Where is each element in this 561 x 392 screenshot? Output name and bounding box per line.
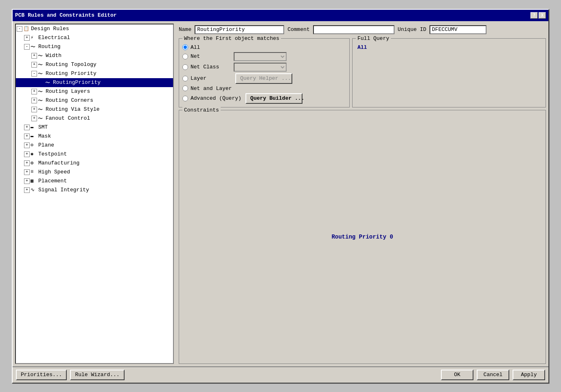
priorities-button[interactable]: Priorities... <box>16 370 67 380</box>
rule-wizard-button[interactable]: Rule Wizard... <box>70 370 124 380</box>
expand-btn-manufacturing[interactable]: + <box>24 160 30 166</box>
ok-button[interactable]: OK <box>441 370 473 380</box>
tree-item-fanout-control[interactable]: +〜Fanout Control <box>16 114 173 123</box>
tree-item-signal-integrity[interactable]: +∿Signal Integrity <box>16 186 173 195</box>
expand-btn-mask[interactable]: + <box>24 134 30 139</box>
tree-icon-routing-layers: 〜 <box>38 88 44 95</box>
radio-row-netlayer: Net and Layer <box>182 85 346 92</box>
uniqueid-input[interactable] <box>430 25 486 34</box>
expand-btn-placement[interactable]: + <box>24 178 30 184</box>
radio-net[interactable] <box>182 54 188 59</box>
name-input[interactable] <box>195 25 284 34</box>
routing-priority-label: Routing Priority 0 <box>331 234 393 240</box>
content-area: -📋Design Rules+⚡Electrical-〜Routing+〜Wid… <box>13 21 548 366</box>
radio-layer-label: Layer <box>191 75 231 81</box>
tree-icon-signal-integrity: ∿ <box>31 187 37 193</box>
expand-btn-signal-integrity[interactable]: + <box>24 187 30 193</box>
tree-label-testpoint: Testpoint <box>38 151 67 157</box>
radio-all[interactable] <box>182 44 188 50</box>
expand-btn-width[interactable]: + <box>31 53 37 59</box>
tree-item-mask[interactable]: +▬Mask <box>16 132 173 141</box>
tree-item-width[interactable]: +〜Width <box>16 51 173 60</box>
radio-netlayer-label: Net and Layer <box>191 85 232 92</box>
tree-label-fanout-control: Fanout Control <box>46 115 90 121</box>
tree-item-routing-corners[interactable]: +〜Routing Corners <box>16 96 173 105</box>
expand-btn-smt[interactable]: + <box>24 125 30 130</box>
radio-netclass[interactable] <box>182 64 188 70</box>
expand-btn-electrical[interactable]: + <box>24 35 30 41</box>
tree-icon-placement: ▦ <box>31 178 37 184</box>
full-query-value: All <box>356 43 542 52</box>
close-button[interactable]: X <box>539 12 546 19</box>
tree-label-signal-integrity: Signal Integrity <box>38 187 89 193</box>
expand-btn-routing-topology[interactable]: + <box>31 62 37 68</box>
constraints-title: Constraints <box>182 107 221 113</box>
tree-item-routing-priority-item[interactable]: 〜RoutingPriority <box>16 78 173 87</box>
expand-btn-plane[interactable]: + <box>24 142 30 148</box>
query-helper-button[interactable]: Query Helper ... <box>235 73 292 84</box>
tree-item-routing-topology[interactable]: +〜Routing Topology <box>16 60 173 69</box>
tree-item-placement[interactable]: +▦Placement <box>16 177 173 186</box>
title-bar: PCB Rules and Constraints Editor ? X <box>13 10 548 21</box>
uniqueid-label: Unique ID <box>398 26 426 33</box>
radio-layer[interactable] <box>182 76 188 81</box>
comment-label: Comment <box>287 26 310 33</box>
cancel-button[interactable]: Cancel <box>477 370 509 380</box>
tree-item-high-speed[interactable]: +≡High Speed <box>16 168 173 177</box>
query-builder-button[interactable]: Query Builder ... <box>245 93 302 104</box>
expand-btn-high-speed[interactable]: + <box>24 169 30 175</box>
radio-net-label: Net <box>191 53 231 59</box>
expand-btn-routing-layers[interactable]: + <box>31 89 37 94</box>
radio-advanced[interactable] <box>182 96 188 101</box>
tree-item-routing-via-style[interactable]: +〜Routing Via Style <box>16 105 173 114</box>
radio-row-layer: Layer Query Helper ... <box>182 73 346 84</box>
tree-item-manufacturing[interactable]: +⚙Manufacturing <box>16 159 173 168</box>
expand-btn-testpoint[interactable]: + <box>24 151 30 157</box>
tree-label-routing-priority: Routing Priority <box>46 70 96 77</box>
where-group: Where the First object matches All Net <box>179 38 350 107</box>
tree-icon-mask: ▬ <box>31 133 37 140</box>
radio-row-netclass: Net Class <box>182 63 346 72</box>
expand-btn-routing-via-style[interactable]: + <box>31 107 37 112</box>
panels-row: Where the First object matches All Net <box>179 38 546 107</box>
tree-label-electrical: Electrical <box>38 35 70 41</box>
net-dropdown[interactable] <box>234 52 287 61</box>
name-label: Name <box>179 26 191 33</box>
tree-item-electrical[interactable]: +⚡Electrical <box>16 33 173 42</box>
comment-input[interactable] <box>313 25 394 34</box>
header-fields-row: Name Comment Unique ID <box>179 24 546 36</box>
bottom-bar: Priorities... Rule Wizard... OK Cancel A… <box>13 366 548 383</box>
tree-icon-design-rules: 📋 <box>23 26 30 32</box>
bottom-right-buttons: OK Cancel Apply <box>441 370 545 380</box>
tree-label-high-speed: High Speed <box>38 169 70 175</box>
help-button[interactable]: ? <box>530 12 538 19</box>
tree-item-design-rules[interactable]: -📋Design Rules <box>16 24 173 33</box>
tree-label-routing: Routing <box>38 44 61 50</box>
netclass-dropdown[interactable] <box>234 63 287 72</box>
radio-netlayer[interactable] <box>182 85 188 91</box>
expand-btn-fanout-control[interactable]: + <box>31 116 37 121</box>
tree-item-testpoint[interactable]: +✱Testpoint <box>16 150 173 159</box>
tree-label-routing-topology: Routing Topology <box>46 61 96 68</box>
tree-item-smt[interactable]: +▬SMT <box>16 123 173 132</box>
tree-label-manufacturing: Manufacturing <box>38 160 79 166</box>
expand-btn-design-rules[interactable]: - <box>17 26 22 32</box>
tree-label-routing-via-style: Routing Via Style <box>46 106 100 112</box>
tree-item-routing-layers[interactable]: +〜Routing Layers <box>16 87 173 96</box>
expand-btn-routing-priority[interactable]: - <box>31 71 37 77</box>
tree-label-routing-corners: Routing Corners <box>46 97 93 103</box>
right-panel: Name Comment Unique ID Where the First o… <box>176 21 548 366</box>
tree-icon-testpoint: ✱ <box>31 151 37 158</box>
tree-label-routing-priority-item: RoutingPriority <box>53 79 101 85</box>
tree-item-plane[interactable]: +⊙Plane <box>16 141 173 150</box>
tree-icon-routing-via-style: 〜 <box>38 106 44 113</box>
tree-icon-routing-priority-item: 〜 <box>45 79 52 86</box>
tree-label-placement: Placement <box>38 178 67 184</box>
tree-label-mask: Mask <box>38 133 51 139</box>
expand-btn-routing[interactable]: - <box>24 44 30 50</box>
expand-btn-routing-corners[interactable]: + <box>31 98 37 103</box>
radio-group: All Net Net Class <box>182 44 346 104</box>
tree-item-routing-priority[interactable]: -〜Routing Priority <box>16 69 173 78</box>
tree-item-routing[interactable]: -〜Routing <box>16 42 173 51</box>
apply-button[interactable]: Apply <box>513 370 545 380</box>
